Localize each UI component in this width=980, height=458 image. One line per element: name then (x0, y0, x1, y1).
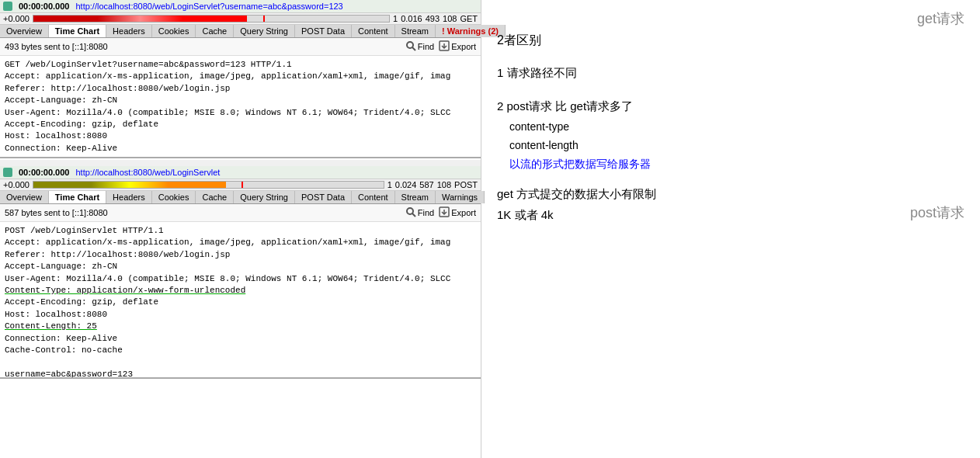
get-content-line-2: Accept: application/x-ms-application, im… (5, 71, 476, 82)
post-content-line-7: Accept-Encoding: gzip, deflate (5, 297, 476, 308)
post-export-button[interactable]: Export (439, 206, 476, 219)
post-search-icon (405, 206, 416, 219)
get-request-block: 00:00:00.000 http://localhost:8080/web/L… (0, 0, 481, 158)
get-bytes-sent: 493 bytes sent to [::1]:8080 (5, 42, 108, 51)
post-content-line-4: Accept-Language: zh-CN (5, 261, 476, 272)
get-request-time: 00:00:00.000 (19, 2, 69, 11)
notes-title-area: 2者区别 (497, 33, 964, 49)
get-status-icon (3, 2, 12, 11)
post-content-line-9: Content-Length: 25 (5, 321, 476, 332)
post-content-line-12 (5, 356, 476, 368)
get-content-line-5: User-Agent: Mozilla/4.0 (compatible; MSI… (5, 107, 476, 119)
get-content-line-4: Accept-Language: zh-CN (5, 95, 476, 106)
get-bytes: 493 (426, 14, 440, 23)
get-tab-querystring[interactable]: Query String (234, 25, 295, 37)
post-body-bar: 587 bytes sent to [::1]:8080 Find (0, 204, 481, 222)
get-annotation-wrapper: get请求 (917, 9, 964, 28)
post-tab-headers[interactable]: Headers (106, 191, 152, 203)
post-method: POST (454, 180, 478, 189)
get-count: 108 (443, 14, 457, 23)
get-stats-row: +0.000 1 0.016 493 108 GET (0, 13, 481, 25)
get-export-button[interactable]: Export (439, 40, 476, 53)
svg-point-0 (407, 42, 413, 48)
get-offset: +0.000 (3, 14, 30, 23)
get-tabs-row: Overview Time Chart Headers Cookies Cach… (0, 25, 481, 38)
post-tab-cache[interactable]: Cache (196, 191, 234, 203)
get-method: GET (460, 14, 478, 23)
svg-line-1 (412, 47, 415, 50)
note-item-3: content-type (497, 120, 964, 133)
get-tab-cookies[interactable]: Cookies (152, 25, 196, 37)
post-tab-timechart[interactable]: Time Chart (49, 191, 106, 203)
notes-title: 2者区别 (497, 33, 541, 47)
get-progress-bar (33, 15, 390, 23)
svg-point-4 (407, 208, 413, 214)
post-tab-cookies[interactable]: Cookies (152, 191, 196, 203)
post-content-area: POST /web/LoginServlet HTTP/1.1 Accept: … (0, 222, 481, 377)
get-size1: 1 (393, 14, 398, 23)
post-content-line-1: POST /web/LoginServlet HTTP/1.1 (5, 225, 476, 237)
post-tab-overview[interactable]: Overview (0, 191, 49, 203)
post-content-line-5: User-Agent: Mozilla/4.0 (compatible; MSI… (5, 273, 476, 285)
get-export-icon (439, 40, 450, 53)
get-tab-postdata[interactable]: POST Data (295, 25, 352, 37)
left-panel: 00:00:00.000 http://localhost:8080/web/L… (0, 0, 481, 458)
post-tab-querystring[interactable]: Query String (234, 191, 295, 203)
get-tab-overview[interactable]: Overview (0, 25, 49, 37)
note-item-6: get 方式提交的数据大小有限制 (497, 187, 964, 202)
note-item-1: 1 请求路径不同 (497, 66, 964, 81)
spacer1 (497, 54, 964, 61)
post-size1: 1 (387, 180, 392, 189)
get-content-line-6: Accept-Encoding: gzip, deflate (5, 119, 476, 130)
note-item-2: 2 post请求 比 get请求多了 (497, 99, 964, 114)
post-export-icon (439, 206, 450, 219)
svg-line-5 (412, 213, 415, 217)
post-find-button[interactable]: Find (405, 206, 434, 219)
post-content-line-2: Accept: application/x-ms-application, im… (5, 237, 476, 248)
get-tab-content[interactable]: Content (352, 25, 395, 37)
get-annotation-label: get请求 (917, 11, 964, 26)
get-content-line-7: Host: localhost:8080 (5, 130, 476, 142)
post-progress-fill (33, 182, 226, 188)
post-request-block: 00:00:00.000 http://localhost:8080/web/L… (0, 166, 481, 379)
post-request-url[interactable]: http://localhost:8080/web/LoginServlet (75, 168, 220, 177)
post-offset: +0.000 (3, 180, 30, 189)
right-panel: get请求 2者区别 1 请求路径不同 2 post请求 比 get请求多了 c… (481, 0, 980, 458)
post-tab-content[interactable]: Content (352, 191, 395, 203)
get-content-line-1: GET /web/LoginServlet?username=abc&passw… (5, 59, 476, 71)
get-progress-fill (33, 16, 247, 22)
get-marker (263, 16, 265, 22)
get-duration: 0.016 (401, 14, 422, 23)
spacer3 (497, 178, 964, 181)
post-annotation-wrapper: post请求 (910, 203, 964, 222)
get-request-header-row: 00:00:00.000 http://localhost:8080/web/L… (0, 0, 481, 13)
post-duration: 0.024 (395, 180, 417, 189)
post-annotation-label: post请求 (910, 205, 964, 220)
post-tab-stream[interactable]: Stream (395, 191, 436, 203)
post-request-header-row: 00:00:00.000 http://localhost:8080/web/L… (0, 166, 481, 179)
spacer2 (497, 87, 964, 93)
post-status-icon (3, 168, 12, 177)
get-find-button[interactable]: Find (405, 40, 434, 53)
get-tab-timechart[interactable]: Time Chart (49, 25, 106, 37)
post-content-line-11: Cache-Control: no-cache (5, 345, 476, 356)
get-tab-headers[interactable]: Headers (106, 25, 152, 37)
post-marker (242, 182, 243, 188)
post-content-line-8: Host: localhost:8080 (5, 309, 476, 321)
get-tab-cache[interactable]: Cache (196, 25, 234, 37)
note-item-7: 1K 或者 4k (497, 208, 964, 223)
post-tab-postdata[interactable]: POST Data (295, 191, 352, 203)
get-search-icon (405, 40, 416, 53)
note-item-5: 以流的形式把数据写给服务器 (497, 158, 964, 172)
post-stats-row: +0.000 1 0.024 587 108 POST (0, 179, 481, 191)
note-item-4: content-length (497, 139, 964, 151)
get-content-line-8: Connection: Keep-Alive (5, 143, 476, 154)
post-progress-bar (33, 181, 384, 189)
get-content-line-3: Referer: http://localhost:8080/web/login… (5, 83, 476, 95)
post-count: 108 (437, 180, 451, 189)
post-bytes-sent: 587 bytes sent to [::1]:8080 (5, 208, 108, 217)
post-tabs-row: Overview Time Chart Headers Cookies Cach… (0, 191, 481, 204)
post-tab-warnings[interactable]: Warnings (436, 191, 485, 203)
get-request-url[interactable]: http://localhost:8080/web/LoginServlet?u… (75, 2, 342, 11)
get-tab-stream[interactable]: Stream (395, 25, 436, 37)
